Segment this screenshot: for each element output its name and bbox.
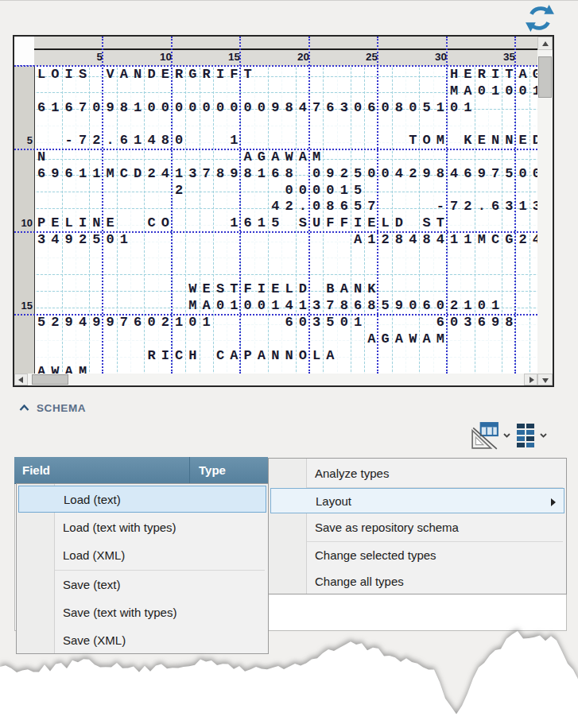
type-column-header[interactable]: Type [199, 457, 262, 483]
down-arrow-icon [542, 378, 549, 383]
row-guide-line [14, 65, 537, 67]
data-row [35, 115, 537, 132]
scroll-up-button[interactable] [537, 37, 553, 50]
schema-context-menu: Analyze types Layout Save as repository … [268, 458, 567, 594]
column-guide-line [102, 37, 103, 374]
data-row: WESTFIELD BANK [35, 281, 537, 297]
ruler-tick: 10 [138, 51, 172, 63]
column-guide-line [239, 37, 241, 374]
menu-item-load-text[interactable]: Load (text) [18, 486, 266, 513]
data-row: PELINE CO 1615 SUFFIELD ST [35, 215, 537, 231]
chevron-up-icon [19, 405, 29, 412]
columns-grid-icon [515, 423, 536, 448]
data-row: 2 000015 [35, 182, 537, 199]
field-column-header[interactable]: Field [22, 457, 190, 483]
row-label: 5 [15, 132, 33, 149]
scroll-right-button[interactable] [524, 374, 537, 385]
data-row: MA01001 [35, 83, 537, 99]
row-guide-line [14, 231, 537, 233]
menu-item-change-selected-types[interactable]: Change selected types [270, 542, 564, 568]
column-guide-line [446, 37, 448, 374]
data-row: 5294997602101 603501 603698 [35, 314, 537, 331]
menu-item-save-text[interactable]: Save (text) [18, 571, 266, 598]
data-row: -72.61480 1 TOM KENNED [35, 132, 537, 149]
data-row [35, 265, 537, 281]
row-label: 10 [15, 215, 33, 231]
refresh-button[interactable] [525, 3, 555, 33]
grid-header-bar [34, 37, 537, 50]
menu-item-load-xml[interactable]: Load (XML) [18, 541, 266, 569]
ruler-tick: 20 [276, 51, 309, 63]
column-guide-line [514, 37, 516, 374]
application-window: 5 10 15 20 25 30 35 5 10 15 LOIS VANDERG… [0, 0, 578, 728]
ruler-tick: 35 [482, 51, 515, 63]
schema-table-header: Field Type [14, 457, 268, 484]
chevron-down-icon [540, 433, 547, 438]
row-label: 15 [15, 297, 33, 314]
vertical-scrollbar[interactable] [537, 37, 553, 374]
ruler-tick: 25 [344, 51, 378, 63]
menu-item-load-text-with-types[interactable]: Load (text with types) [18, 513, 266, 541]
data-row: N AGAWAM [35, 149, 537, 165]
schema-section-toggle[interactable]: SCHEMA [19, 400, 86, 416]
data-row [35, 248, 537, 265]
data-preview-panel: 5 10 15 20 25 30 35 5 10 15 LOIS VANDERG… [13, 35, 554, 387]
column-guide-line [308, 37, 310, 374]
text-data-grid[interactable]: LOIS VANDERGRIFT HERITAG MA01001 6167098… [35, 66, 537, 374]
menu-item-save-as-repository-schema[interactable]: Save as repository schema [270, 514, 564, 541]
ruler-tick: 5 [69, 51, 103, 63]
ruler-tick: 30 [413, 51, 447, 63]
ruler-tick: 15 [207, 51, 240, 63]
column-guide-line [171, 37, 173, 374]
data-row: 42.08657 -72.6313 [35, 198, 537, 215]
data-row: MA010014137868590602101 [35, 297, 537, 314]
row-number-gutter: 5 10 15 [14, 66, 35, 374]
right-arrow-icon [530, 377, 534, 383]
layout-ruler-icon [471, 421, 499, 450]
scroll-down-button[interactable] [537, 374, 553, 385]
row-guide-line [14, 314, 537, 316]
menu-item-layout[interactable]: Layout [270, 488, 564, 513]
horizontal-scrollbar[interactable] [14, 374, 537, 385]
data-row: 3492501 A12848411MCG24 [35, 231, 537, 248]
refresh-sync-icon [525, 3, 555, 33]
chevron-down-icon [503, 433, 510, 438]
horizontal-scroll-thumb[interactable] [32, 374, 68, 385]
column-guide-line [377, 37, 378, 374]
menu-item-analyze-types[interactable]: Analyze types [270, 460, 564, 486]
data-row: 61670981000000000984763060805101 [35, 99, 537, 116]
data-row: AGAWAM [35, 331, 537, 347]
up-arrow-icon [542, 41, 549, 46]
submenu-arrow-icon [551, 498, 556, 506]
vertical-scroll-thumb[interactable] [538, 56, 552, 98]
torn-edge-decoration [0, 601, 578, 728]
menu-item-label: Layout [316, 494, 351, 508]
left-arrow-icon [18, 377, 23, 383]
column-ruler: 5 10 15 20 25 30 35 [34, 50, 537, 66]
data-row: LOIS VANDERGRIFT HERITAG [35, 66, 537, 83]
grid-corner-cell[interactable] [14, 37, 34, 67]
schema-section-label: SCHEMA [37, 402, 86, 414]
data-row: 69611MCD24137898168 09250042984697500 [35, 165, 537, 182]
data-row: AWAM [35, 363, 537, 374]
data-row: RICH CAPANNOLA [35, 347, 537, 364]
columns-tool-button[interactable] [515, 420, 547, 451]
layout-tool-button[interactable] [471, 420, 510, 451]
scroll-left-button[interactable] [14, 374, 28, 385]
menu-item-change-all-types[interactable]: Change all types [270, 568, 564, 594]
row-guide-line [14, 149, 537, 150]
